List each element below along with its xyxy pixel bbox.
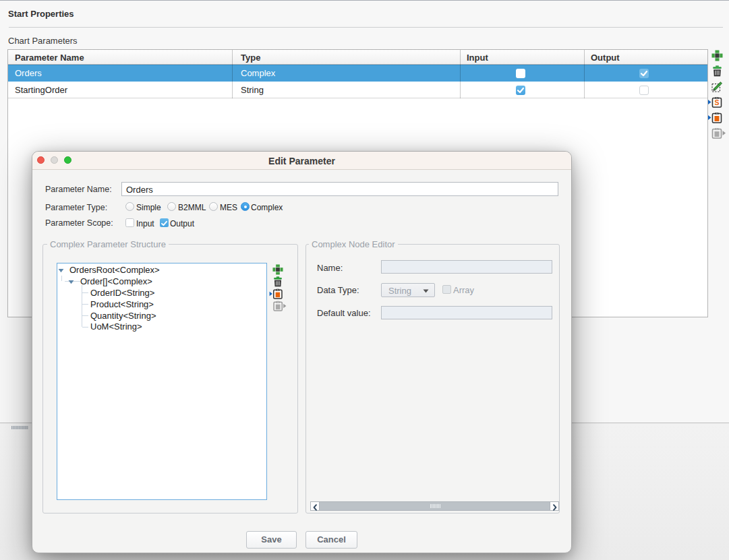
svg-text:S: S	[714, 98, 719, 106]
